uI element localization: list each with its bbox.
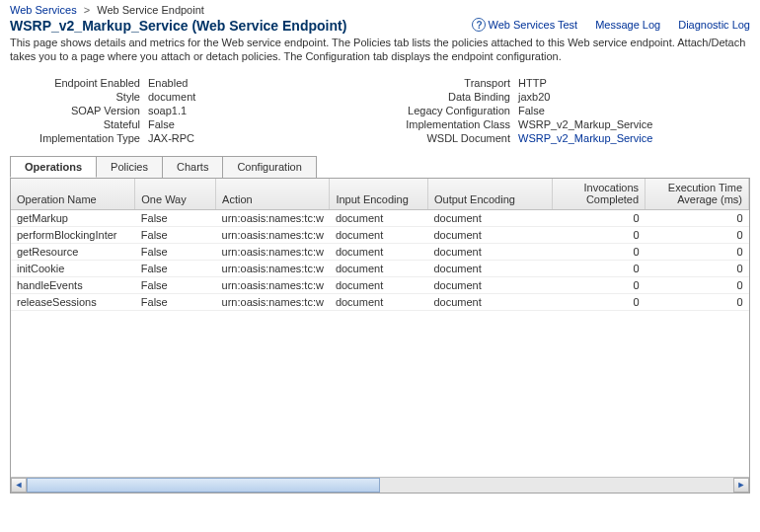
breadcrumb-separator: >	[84, 4, 90, 16]
table-row[interactable]: performBlockingInterFalseurn:oasis:names…	[11, 226, 749, 243]
breadcrumb: Web Services > Web Service Endpoint	[0, 0, 760, 18]
table-row[interactable]: releaseSessionsFalseurn:oasis:names:tc:w…	[11, 293, 749, 310]
tab-policies[interactable]: Policies	[96, 156, 163, 178]
tab-charts[interactable]: Charts	[162, 156, 223, 178]
detail-row: TransportHTTP	[380, 76, 750, 90]
table-cell: getMarkup	[11, 209, 135, 226]
table-cell: 0	[646, 293, 749, 310]
header-action-links: ?Web Services Test Message Log Diagnosti…	[472, 18, 750, 32]
tab-bar: OperationsPoliciesChartsConfiguration	[10, 156, 750, 179]
operations-table: Operation NameOne WayActionInput Encodin…	[11, 178, 749, 311]
detail-label: Data Binding	[380, 91, 518, 103]
tab-configuration[interactable]: Configuration	[222, 156, 316, 178]
column-header[interactable]: Output Encoding	[427, 178, 552, 210]
table-cell: 0	[646, 260, 749, 276]
detail-label: Implementation Class	[380, 118, 518, 130]
column-header[interactable]: Action	[216, 178, 330, 210]
table-cell: handleEvents	[11, 276, 135, 293]
detail-value: JAX-RPC	[148, 132, 194, 144]
detail-value[interactable]: WSRP_v2_Markup_Service	[518, 132, 652, 144]
table-cell: document	[330, 276, 428, 293]
page-title: WSRP_v2_Markup_Service (Web Service Endp…	[10, 18, 472, 34]
table-row[interactable]: getMarkupFalseurn:oasis:names:tc:wdocume…	[11, 209, 749, 226]
table-cell: False	[135, 260, 216, 276]
detail-label: Legacy Configuration	[380, 105, 518, 116]
page-description: This page shows details and metrics for …	[0, 34, 760, 72]
detail-row: Implementation TypeJAX-RPC	[10, 131, 380, 145]
table-cell: False	[135, 209, 216, 226]
column-header[interactable]: Operation Name	[11, 178, 135, 210]
table-cell: urn:oasis:names:tc:w	[216, 209, 330, 226]
column-header[interactable]: Execution Time Average (ms)	[646, 178, 749, 210]
horizontal-scrollbar[interactable]: ◄ ►	[11, 477, 749, 493]
table-cell: 0	[552, 260, 645, 276]
table-cell: urn:oasis:names:tc:w	[216, 226, 330, 243]
detail-row: Legacy ConfigurationFalse	[380, 104, 750, 117]
table-cell: False	[135, 226, 216, 243]
table-row[interactable]: getResourceFalseurn:oasis:names:tc:wdocu…	[11, 243, 749, 260]
table-row[interactable]: initCookieFalseurn:oasis:names:tc:wdocum…	[11, 260, 749, 276]
table-cell: releaseSessions	[11, 293, 135, 310]
table-cell: document	[427, 293, 552, 310]
detail-value: WSRP_v2_Markup_Service	[518, 118, 652, 130]
detail-value: document	[148, 91, 195, 103]
table-cell: document	[330, 209, 428, 226]
diagnostic-log-link[interactable]: Diagnostic Log	[678, 19, 750, 31]
table-cell: document	[330, 260, 428, 276]
detail-value: jaxb20	[518, 91, 550, 103]
detail-row: Styledocument	[10, 90, 380, 104]
endpoint-details: Endpoint EnabledEnabledStyledocumentSOAP…	[0, 72, 760, 155]
column-header[interactable]: Invocations Completed	[552, 178, 645, 210]
detail-row: StatefulFalse	[10, 117, 380, 131]
detail-label: SOAP Version	[10, 105, 148, 116]
web-services-test-link[interactable]: ?Web Services Test	[472, 18, 577, 32]
column-header[interactable]: One Way	[135, 178, 216, 210]
table-cell: document	[427, 243, 552, 260]
scroll-left-arrow-icon[interactable]: ◄	[11, 478, 27, 493]
detail-value: HTTP	[518, 77, 547, 89]
table-cell: 0	[552, 293, 645, 310]
detail-label: Implementation Type	[10, 132, 148, 144]
table-cell: False	[135, 243, 216, 260]
detail-label: Stateful	[10, 118, 148, 130]
table-cell: 0	[552, 209, 645, 226]
detail-value: soap1.1	[148, 105, 187, 116]
table-cell: 0	[552, 226, 645, 243]
detail-row: Endpoint EnabledEnabled	[10, 76, 380, 90]
table-cell: 0	[552, 276, 645, 293]
table-cell: performBlockingInter	[11, 226, 135, 243]
table-cell: 0	[646, 209, 749, 226]
detail-label: Endpoint Enabled	[10, 77, 148, 89]
detail-value: Enabled	[148, 77, 188, 89]
detail-label: WSDL Document	[380, 132, 518, 144]
table-cell: urn:oasis:names:tc:w	[216, 293, 330, 310]
tab-operations[interactable]: Operations	[10, 156, 97, 178]
detail-row: Data Bindingjaxb20	[380, 90, 750, 104]
table-cell: initCookie	[11, 260, 135, 276]
table-cell: document	[427, 276, 552, 293]
table-row[interactable]: handleEventsFalseurn:oasis:names:tc:wdoc…	[11, 276, 749, 293]
scroll-track[interactable]	[27, 478, 733, 493]
message-log-link[interactable]: Message Log	[595, 19, 660, 31]
detail-row: Implementation ClassWSRP_v2_Markup_Servi…	[380, 117, 750, 131]
detail-value: False	[518, 105, 545, 116]
table-cell: getResource	[11, 243, 135, 260]
column-header[interactable]: Input Encoding	[330, 178, 428, 210]
scroll-thumb[interactable]	[27, 478, 380, 493]
detail-label: Transport	[380, 77, 518, 89]
table-cell: 0	[552, 243, 645, 260]
breadcrumb-root-link[interactable]: Web Services	[10, 4, 77, 16]
detail-label: Style	[10, 91, 148, 103]
operations-table-wrapper: Operation NameOne WayActionInput Encodin…	[10, 178, 750, 494]
scroll-right-arrow-icon[interactable]: ►	[733, 478, 749, 493]
table-cell: document	[427, 260, 552, 276]
table-cell: 0	[646, 226, 749, 243]
detail-row: SOAP Versionsoap1.1	[10, 104, 380, 117]
table-cell: 0	[646, 243, 749, 260]
table-cell: False	[135, 293, 216, 310]
breadcrumb-current: Web Service Endpoint	[97, 4, 204, 16]
wsdl-document-link[interactable]: WSRP_v2_Markup_Service	[518, 132, 652, 144]
table-cell: document	[330, 243, 428, 260]
detail-value: False	[148, 118, 175, 130]
help-icon: ?	[472, 18, 486, 32]
